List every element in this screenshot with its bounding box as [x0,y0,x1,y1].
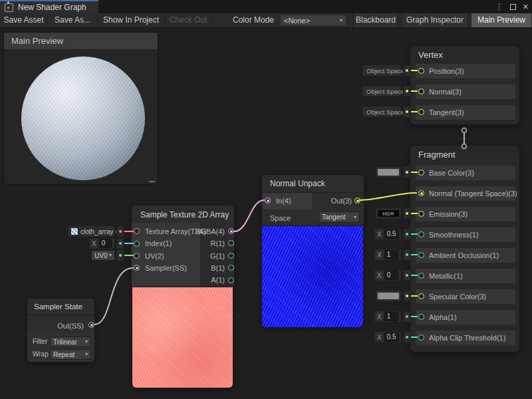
link-bottom-knob [462,144,467,149]
edge-rgba-to-unpack-in[interactable] [234,200,264,231]
edge-unpack-out-to-normal-ts[interactable] [360,193,416,200]
edge-layer [0,0,532,399]
link-top-knob [462,128,467,133]
edge-sampler-state-to-sampler[interactable] [94,268,133,325]
shader-graph-window: New Shader Graph ⋮ ✕ Save Asset Save As.… [0,0,532,399]
